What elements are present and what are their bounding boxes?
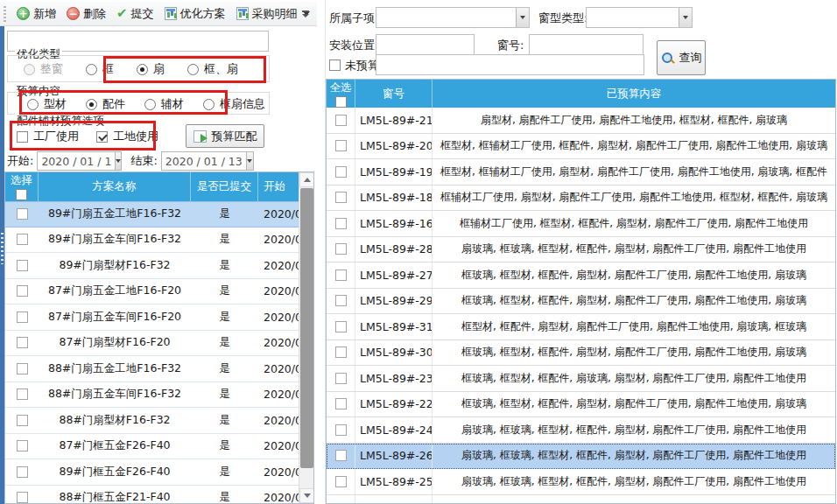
radio-frame[interactable] <box>86 64 97 75</box>
table-row[interactable]: LM5L-89#-24F22扇玻璃, 框玻璃, 框型材, 框配件, 扇型材, 扇… <box>327 417 835 444</box>
factory-use-checkbox[interactable] <box>17 131 28 143</box>
table-row[interactable]: LM5L-89#-16F15框辅材工厂使用, 框型材, 框配件, 扇型材, 扇配… <box>327 211 835 237</box>
chevron-down-icon <box>679 8 692 27</box>
table-row[interactable]: LM5L-89#-21F19扇型材, 扇配件工厂使用, 扇配件工地使用, 框型材… <box>327 108 835 134</box>
select-all-windows-checkbox[interactable] <box>335 96 347 108</box>
submit-button[interactable]: ✔ 提交 <box>111 4 159 24</box>
radio-accessory[interactable] <box>86 99 97 110</box>
start-date-dropdown[interactable] <box>115 152 121 170</box>
sub-item-label: 所属子项: <box>329 10 378 26</box>
window-row-checkbox[interactable] <box>335 140 347 151</box>
plan-row-checkbox[interactable] <box>17 234 28 245</box>
radio-frame-sash[interactable] <box>187 64 199 75</box>
table-row[interactable]: LM5L-89#-30F28框玻璃, 框型材, 框配件, 扇型材, 扇配件工厂使… <box>327 340 835 367</box>
plan-row-checkbox[interactable] <box>17 440 28 452</box>
delete-button[interactable]: − 删除 <box>61 4 111 24</box>
end-date-dropdown[interactable] <box>246 152 253 170</box>
table-row[interactable]: 87#门扇五金车间F16-F20是2020/0 <box>5 304 313 331</box>
no-budget-input[interactable] <box>376 54 644 75</box>
end-date-picker[interactable]: 2020 / 01 / 13 <box>161 151 254 171</box>
install-pos-input[interactable] <box>376 34 475 55</box>
radio-sash[interactable] <box>137 64 148 75</box>
window-row-checkbox[interactable] <box>335 192 347 203</box>
panel-splitter[interactable] <box>317 0 326 504</box>
window-row-checkbox[interactable] <box>335 295 347 306</box>
window-row-select-cell <box>327 159 355 185</box>
select-all-plans-checkbox[interactable] <box>16 189 27 200</box>
table-row[interactable]: LM5L-89#-22F20框玻璃, 框型材, 框配件, 扇型材, 扇配件工厂使… <box>327 392 835 418</box>
plan-row-checkbox[interactable] <box>17 388 28 400</box>
window-row-checkbox[interactable] <box>335 346 347 358</box>
window-row-checkbox[interactable] <box>335 321 347 332</box>
table-row[interactable]: LM5L-89#-26F24扇玻璃, 框玻璃, 框型材, 框配件, 扇型材, 扇… <box>327 444 835 470</box>
table-row[interactable]: LM5L-89#-25F23扇玻璃, 框玻璃, 框型材, 框配件, 扇型材, 扇… <box>327 469 835 495</box>
window-row-checkbox[interactable] <box>335 476 347 487</box>
plan-row-checkbox[interactable] <box>17 363 28 374</box>
table-row[interactable]: 88#门扇五金车间F16-F32是2020/0 <box>5 382 313 409</box>
delete-button-label: 删除 <box>83 6 106 22</box>
table-row[interactable]: 88#门框五金F21-F40是2020/0 <box>5 486 313 504</box>
radio-frame-sash-info[interactable] <box>203 99 215 110</box>
table-row[interactable]: LM5L-89#-23F21框玻璃, 框型材, 框配件, 扇玻璃, 扇型材, 扇… <box>327 366 835 392</box>
add-button[interactable]: + 新增 <box>11 4 61 24</box>
plan-row-checkbox[interactable] <box>17 260 28 271</box>
optimize-plan-button[interactable]: 优化方案 <box>159 4 231 24</box>
site-use-checkbox[interactable] <box>96 131 108 143</box>
window-row-checkbox[interactable] <box>335 424 347 436</box>
table-row[interactable]: LM5L-89#-29F27框玻璃, 框型材, 框配件, 扇型材, 扇配件工厂使… <box>327 289 835 315</box>
table-row[interactable]: 87#门框五金F26-F40是2020/0 <box>5 434 313 460</box>
window-row-checkbox[interactable] <box>335 270 347 281</box>
query-button[interactable]: 查询 <box>657 40 706 75</box>
table-row[interactable]: 87#门扇五金工地F16-F20是2020/0 <box>5 279 313 305</box>
budget-header-window[interactable]: 窗号 <box>355 80 433 108</box>
table-row[interactable]: LM5L-89#-18F16框辅材工厂使用, 扇型材, 扇配件工厂使用, 扇配件… <box>327 186 835 212</box>
plan-row-checkbox[interactable] <box>17 415 28 426</box>
table-row[interactable]: LM5L-89#-27F25框玻璃, 框型材, 框配件, 扇型材, 扇配件工厂使… <box>327 262 835 289</box>
plan-row-checkbox[interactable] <box>17 337 28 348</box>
plan-row-checkbox[interactable] <box>17 312 28 323</box>
plan-header-name[interactable]: 方案名称 <box>39 172 191 201</box>
budget-match-button[interactable]: 预算匹配 <box>186 124 264 148</box>
sub-item-combobox[interactable] <box>376 7 530 28</box>
table-row[interactable]: LM5L-89#-20F18框型材, 框辅材工厂使用, 框配件, 扇型材, 扇配… <box>327 134 835 160</box>
toolbar-overflow-button[interactable] <box>299 7 312 21</box>
no-budget-checkbox[interactable] <box>329 60 341 71</box>
radio-profile[interactable] <box>27 99 39 110</box>
plan-row-checkbox[interactable] <box>17 208 28 220</box>
window-row-select-cell <box>327 186 355 211</box>
window-row-checkbox[interactable] <box>335 450 347 461</box>
win-no-input[interactable] <box>529 34 644 55</box>
table-row[interactable]: 88#门扇型材F16-F32是2020/0 <box>5 408 313 434</box>
radio-frame-sash-label: 框、扇 <box>204 61 238 77</box>
plan-table-scrollbar[interactable] <box>299 172 313 503</box>
table-row[interactable]: 89#门扇型材F16-F32是2020/0 <box>5 253 313 279</box>
scroll-down-arrow-icon[interactable] <box>299 488 314 503</box>
plan-row-checkbox[interactable] <box>17 492 28 503</box>
table-row[interactable]: 89#门扇五金工地F16-F32是2020/0 <box>5 201 313 228</box>
window-row-checkbox[interactable] <box>335 166 347 178</box>
table-row[interactable]: LM5L-89#-31F29框型材, 框配件, 扇型材, 扇配件工厂使用, 扇配… <box>327 314 835 340</box>
table-row[interactable]: 87#门扇型材F16-F20是2020/0 <box>5 331 313 357</box>
chevron-down-icon <box>247 159 252 163</box>
plan-row-checkbox[interactable] <box>17 285 28 297</box>
window-row-checkbox[interactable] <box>335 115 347 126</box>
scrollbar-thumb[interactable] <box>300 188 313 468</box>
plan-header-submitted[interactable]: 是否已提交 <box>191 172 258 201</box>
start-date-picker[interactable]: 2020 / 01 / 1 <box>37 151 122 171</box>
table-row[interactable]: LM5L-89#-28F26扇玻璃, 框玻璃, 框型材, 框配件, 扇型材, 扇… <box>327 237 835 263</box>
win-type-combobox[interactable] <box>586 7 693 28</box>
window-row-checkbox[interactable] <box>335 243 347 255</box>
window-row-checkbox[interactable] <box>335 218 347 229</box>
window-row-checkbox[interactable] <box>335 398 347 410</box>
plan-row-checkbox[interactable] <box>17 466 28 478</box>
toolbar-grip[interactable] <box>4 6 6 22</box>
scroll-up-arrow-icon[interactable] <box>299 172 314 187</box>
radio-frame-label: 框 <box>102 61 114 77</box>
radio-auxiliary[interactable] <box>144 99 156 110</box>
table-row[interactable]: LM5L-89#-19F17框型材, 框辅材工厂使用, 扇型材, 扇配件工厂使用… <box>327 159 835 186</box>
table-row[interactable]: 88#门扇五金工地F16-F32是2020/0 <box>5 356 313 382</box>
table-row[interactable]: 89#门框五金F26-F40是2020/0 <box>5 459 313 486</box>
table-row[interactable]: 89#门扇五金车间F16-F32是2020/0 <box>5 228 313 254</box>
window-row-checkbox[interactable] <box>335 373 347 384</box>
budget-header-content[interactable]: 已预算内容 <box>433 80 835 108</box>
